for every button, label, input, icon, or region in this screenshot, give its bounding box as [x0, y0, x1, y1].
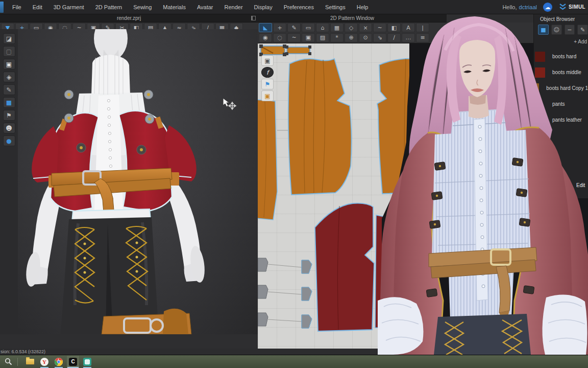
object-list-item[interactable]: pants — [534, 96, 588, 112]
add-point-tool[interactable]: ✎ — [287, 23, 301, 32]
object-label: boots hard — [552, 54, 576, 59]
menu-item[interactable]: Materials — [157, 0, 191, 14]
2d-window-tab[interactable]: 2D Pattern Window — [258, 14, 447, 22]
button-2d-tool[interactable]: ⊕ — [345, 33, 358, 42]
pin-display-toggle[interactable]: ◪ — [3, 33, 15, 44]
menu-item[interactable]: 2D Pattern — [90, 0, 128, 14]
mirror-tool[interactable]: ◧ — [387, 23, 401, 32]
add-button[interactable]: + Add — [534, 35, 588, 47]
red-bodice-pattern[interactable] — [315, 203, 374, 331]
username-text[interactable]: dctriaal — [519, 4, 537, 10]
object-label: boots hard Copy 1 — [546, 85, 588, 91]
back-bodice-pattern[interactable] — [377, 59, 439, 194]
taskbar-messenger-app[interactable] — [81, 356, 93, 368]
double-chevron-down-icon — [559, 4, 566, 11]
object-label: pants — [552, 101, 565, 107]
menu-item[interactable]: Preferences — [278, 0, 320, 14]
grade-2d-tool[interactable]: ⇘ — [373, 33, 386, 42]
taskbar-search-button[interactable] — [2, 356, 14, 368]
2d-toolbar: ◣+✎▭⌂▦◇×~◧A| ◉◌~▣▨*⊕⊙⇘/…≡ — [258, 22, 533, 43]
environment-toggle[interactable]: ● — [3, 135, 15, 146]
buttonhole-2d-tool[interactable]: ⊙ — [359, 33, 372, 42]
object-label: pants leather — [552, 117, 582, 123]
taskbar-chrome[interactable] — [53, 356, 65, 368]
dart-tool[interactable]: ◇ — [345, 23, 358, 32]
menu-item[interactable]: Sewing — [128, 0, 157, 14]
clasp-2d-tool[interactable]: * — [330, 33, 344, 42]
avatar-display-toggle[interactable]: ☻ — [3, 123, 15, 133]
curve-edit-tool[interactable]: ~ — [373, 23, 386, 32]
rect-pattern-tool[interactable]: ▭ — [302, 23, 315, 32]
divider-dash[interactable]: − — [565, 25, 575, 35]
menu-item[interactable]: Settings — [320, 0, 351, 14]
file-explorer-icon — [26, 359, 34, 364]
clo-app-icon: C — [69, 358, 77, 366]
cloud-sync-icon[interactable]: ☁ — [543, 3, 552, 12]
cloth-view-toggle[interactable]: ⚑ — [3, 110, 15, 121]
object-browser-title: Object Browser — [534, 14, 588, 24]
object-list-item[interactable]: boots middle — [534, 64, 588, 80]
cut-tool[interactable]: × — [359, 23, 372, 32]
texture-view-toggle[interactable]: ▣ — [261, 90, 274, 101]
taskbar-yandex-browser[interactable]: Y — [38, 356, 51, 368]
baseline-2d-tool[interactable]: … — [402, 33, 415, 42]
object-list-item[interactable]: pants leather — [534, 112, 588, 128]
edit-pattern-tool[interactable]: + — [273, 23, 286, 32]
3d-window-title: render.zprj — [117, 15, 141, 21]
search-icon — [5, 358, 12, 365]
front-bodice-pattern[interactable] — [288, 59, 352, 195]
menu-item[interactable]: File — [7, 0, 27, 14]
material-swatch — [535, 52, 545, 62]
pin-2d-tool[interactable]: ◉ — [259, 33, 272, 42]
edit-button[interactable]: Edit — [576, 182, 585, 188]
2d-pattern-canvas[interactable] — [258, 43, 533, 349]
grid-pattern-tool[interactable]: ▦ — [330, 23, 344, 32]
fabric-view-toggle[interactable]: ■ — [3, 97, 15, 108]
garment-style-toggle[interactable]: ◈ — [3, 72, 15, 82]
pattern-pieces — [258, 43, 533, 349]
garment-tab[interactable]: ■ — [538, 25, 549, 35]
pin-dashed-2d-tool[interactable]: ◌ — [273, 33, 286, 42]
taskbar-separator — [17, 358, 18, 366]
garment-2d-toggle[interactable]: ▣ — [261, 55, 274, 66]
messenger-app-icon — [83, 358, 91, 366]
layer-2d-tool[interactable]: ≡ — [416, 33, 429, 42]
material-swatch — [535, 83, 539, 94]
status-bar: sion: 6.0.534 (r32822) — [0, 349, 588, 355]
flag-view-toggle[interactable]: ⚑ — [261, 79, 274, 89]
object-list-item[interactable]: boots hard Copy 1 — [534, 80, 588, 96]
sewing-machine-2d-tool[interactable]: ▨ — [316, 33, 329, 42]
menu-item[interactable]: Avatar — [191, 0, 219, 14]
2d-view-toggles: ▣f⚑▣ — [261, 55, 274, 101]
curve-pin-2d-tool[interactable]: ~ — [287, 33, 301, 42]
yandex-browser-icon: Y — [40, 358, 48, 366]
garment-show-toggle[interactable]: ▣ — [3, 59, 15, 70]
scene-tab[interactable]: ✎ — [577, 25, 588, 35]
sew-pin-2d-tool[interactable]: ▣ — [302, 33, 315, 42]
menu-item[interactable]: Help — [351, 0, 374, 14]
selected-pattern-strips[interactable] — [259, 44, 311, 56]
undock-window-icon[interactable] — [251, 16, 256, 20]
avatar-tab[interactable]: ☺ — [551, 25, 562, 35]
3d-view-toggles: ◪▢▣◈✎■⚑☻● — [0, 29, 18, 334]
garment-ghost-toggle[interactable]: ▢ — [3, 46, 15, 57]
3d-viewport[interactable] — [18, 29, 258, 334]
3d-window-tab[interactable]: render.zprj — [0, 14, 258, 22]
greeting-text: Hello, — [502, 4, 517, 10]
taskbar-file-explorer[interactable] — [24, 356, 36, 368]
simulate-button[interactable]: SIMUL — [559, 4, 588, 11]
taskbar-clo-app[interactable]: C — [67, 356, 79, 368]
object-list-item[interactable]: boots hard — [534, 49, 588, 64]
notch-tool[interactable]: | — [416, 23, 429, 32]
avatar-edit-toggle[interactable]: ✎ — [3, 84, 15, 95]
text-tool[interactable]: A — [402, 23, 415, 32]
menu-item[interactable]: Edit — [27, 0, 48, 14]
transform-pattern-tool[interactable]: ◣ — [259, 23, 272, 32]
polygon-pattern-tool[interactable]: ⌂ — [316, 23, 329, 32]
menu-item[interactable]: Display — [249, 0, 278, 14]
fabric-info-toggle[interactable]: f — [261, 67, 274, 78]
menu-item[interactable]: 3D Garment — [48, 0, 90, 14]
measure-2d-tool[interactable]: / — [387, 33, 401, 42]
clo-application: FileEdit3D Garment2D PatternSewingMateri… — [0, 0, 588, 368]
menu-item[interactable]: Render — [219, 0, 249, 14]
